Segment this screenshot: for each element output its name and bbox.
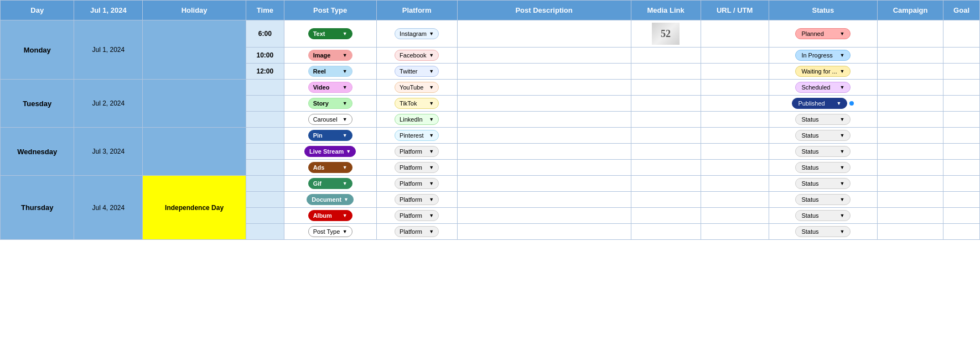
post-type-cell: Live Stream▼	[284, 144, 376, 160]
campaign-cell	[878, 20, 943, 48]
status-button[interactable]: Scheduled▼	[795, 82, 851, 93]
dropdown-arrow-icon: ▼	[429, 229, 434, 234]
status-button[interactable]: In Progress▼	[795, 50, 851, 61]
campaign-cell	[878, 160, 943, 176]
platform-button[interactable]: Twitter▼	[395, 66, 439, 77]
time-cell: 6:00	[246, 20, 284, 48]
platform-label: YouTube	[400, 84, 423, 91]
dropdown-arrow-icon: ▼	[839, 53, 844, 58]
platform-button[interactable]: Platform▼	[395, 146, 439, 157]
post-type-cell: Pin▼	[284, 128, 376, 144]
post-type-button[interactable]: Album▼	[308, 210, 352, 221]
time-cell	[246, 176, 284, 192]
col-holiday: Holiday	[143, 1, 246, 20]
platform-cell: Pinterest▼	[376, 128, 457, 144]
post-type-cell: Document▼	[284, 192, 376, 208]
status-button[interactable]: Status▼	[795, 194, 851, 205]
status-cell: Waiting for ...▼	[769, 64, 877, 80]
status-button[interactable]: Status▼	[795, 162, 851, 173]
media-link-cell	[631, 160, 701, 176]
dropdown-arrow-icon: ▼	[429, 165, 434, 170]
post-type-cell: Post Type▼	[284, 224, 376, 240]
col-medialink: Media Link	[631, 1, 701, 20]
platform-button[interactable]: Platform▼	[395, 162, 439, 173]
platform-button[interactable]: TikTok▼	[395, 98, 439, 109]
post-type-button[interactable]: Carousel▼	[308, 114, 352, 125]
post-type-label: Text	[313, 30, 325, 37]
platform-button[interactable]: Platform▼	[395, 178, 439, 189]
status-button[interactable]: Status▼	[795, 130, 851, 141]
status-button[interactable]: Status▼	[795, 146, 851, 157]
post-type-button[interactable]: Live Stream▼	[304, 146, 356, 157]
post-description-cell	[457, 192, 631, 208]
time-cell	[246, 192, 284, 208]
dropdown-arrow-icon: ▼	[836, 101, 841, 106]
post-type-button[interactable]: Pin▼	[308, 130, 352, 141]
dropdown-arrow-icon: ▼	[344, 197, 349, 202]
status-label: Status	[801, 180, 818, 187]
dropdown-arrow-icon: ▼	[343, 213, 348, 218]
status-button[interactable]: Planned▼	[795, 28, 851, 39]
platform-button[interactable]: LinkedIn▼	[395, 114, 439, 125]
day-cell: Tuesday	[1, 80, 74, 128]
status-cell: Scheduled▼	[769, 80, 877, 96]
goal-cell	[943, 224, 980, 240]
post-type-button[interactable]: Reel▼	[308, 66, 352, 77]
post-type-button[interactable]: Gif▼	[308, 178, 352, 189]
dropdown-arrow-icon: ▼	[343, 133, 348, 138]
platform-button[interactable]: Facebook▼	[395, 50, 439, 61]
status-button[interactable]: Published▼	[792, 98, 847, 109]
dropdown-arrow-icon: ▼	[429, 181, 434, 186]
post-type-button[interactable]: Document▼	[307, 194, 354, 205]
status-button[interactable]: Waiting for ...▼	[795, 66, 851, 77]
dropdown-arrow-icon: ▼	[343, 165, 348, 170]
dropdown-arrow-icon: ▼	[343, 31, 348, 36]
post-type-cell: Text▼	[284, 20, 376, 48]
post-type-button[interactable]: Post Type▼	[308, 226, 352, 237]
status-button[interactable]: Status▼	[795, 114, 851, 125]
goal-cell	[943, 144, 980, 160]
goal-cell	[943, 20, 980, 48]
post-type-button[interactable]: Image▼	[308, 50, 352, 61]
url-utm-cell	[701, 192, 769, 208]
post-description-cell	[457, 96, 631, 112]
holiday-cell	[143, 128, 246, 176]
status-label: Published	[798, 100, 825, 107]
platform-label: Platform	[400, 164, 422, 171]
status-cell: Status▼	[769, 112, 877, 128]
status-button[interactable]: Status▼	[795, 226, 851, 237]
platform-button[interactable]: Instagram▼	[395, 28, 439, 39]
platform-button[interactable]: YouTube▼	[395, 82, 439, 93]
notification-dot	[849, 101, 854, 106]
platform-button[interactable]: Platform▼	[395, 226, 439, 237]
dropdown-arrow-icon: ▼	[429, 31, 434, 36]
post-type-cell: Carousel▼	[284, 112, 376, 128]
time-cell	[246, 80, 284, 96]
dropdown-arrow-icon: ▼	[429, 53, 434, 58]
media-link-cell	[631, 112, 701, 128]
campaign-cell	[878, 112, 943, 128]
url-utm-cell	[701, 208, 769, 224]
goal-cell	[943, 80, 980, 96]
col-day: Day	[1, 1, 74, 20]
platform-cell: Platform▼	[376, 144, 457, 160]
status-button[interactable]: Status▼	[795, 210, 851, 221]
campaign-cell	[878, 176, 943, 192]
post-type-button[interactable]: Ads▼	[308, 162, 352, 173]
post-type-button[interactable]: Story▼	[308, 98, 352, 109]
platform-button[interactable]: Platform▼	[395, 210, 439, 221]
post-type-label: Post Type	[313, 228, 340, 235]
post-type-button[interactable]: Text▼	[308, 28, 352, 39]
goal-cell	[943, 208, 980, 224]
post-type-button[interactable]: Video▼	[308, 82, 352, 93]
campaign-cell	[878, 96, 943, 112]
post-type-cell: Gif▼	[284, 176, 376, 192]
platform-button[interactable]: Platform▼	[395, 194, 439, 205]
media-link-cell	[631, 224, 701, 240]
dropdown-arrow-icon: ▼	[429, 149, 434, 154]
status-button[interactable]: Status▼	[795, 178, 851, 189]
media-thumbnail[interactable]: 52	[652, 23, 680, 45]
media-link-cell	[631, 208, 701, 224]
platform-cell: YouTube▼	[376, 80, 457, 96]
platform-button[interactable]: Pinterest▼	[395, 130, 439, 141]
